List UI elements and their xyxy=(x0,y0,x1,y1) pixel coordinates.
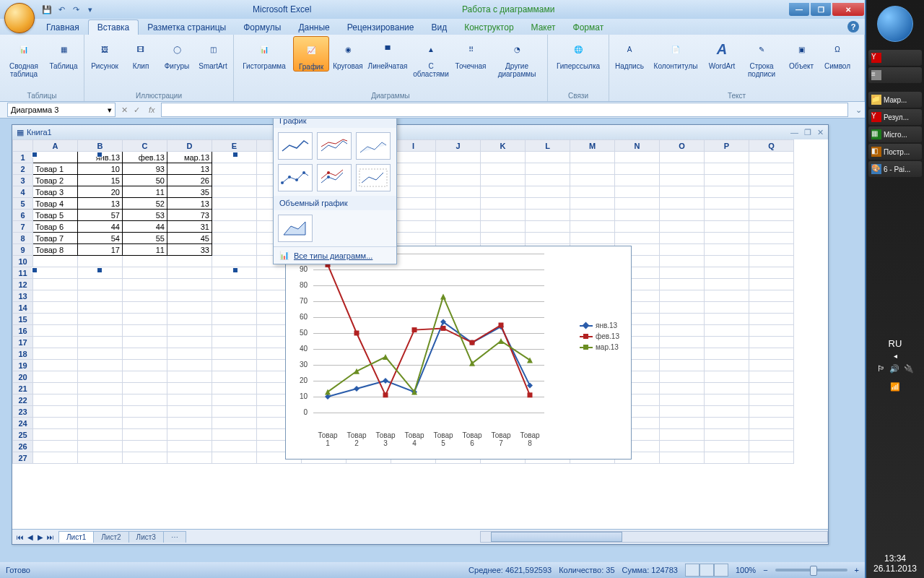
group-text: Текст xyxy=(612,91,861,101)
tray-icons[interactable]: 🏳🔊🔌 xyxy=(877,364,914,374)
view-buttons[interactable] xyxy=(685,564,728,577)
pivot-table-button[interactable]: 📊Сводная таблица xyxy=(3,36,45,78)
line-chart-type-2[interactable] xyxy=(317,132,352,160)
tab-insert[interactable]: Вставка xyxy=(88,20,139,35)
textbox-button[interactable]: AНадпись xyxy=(612,36,647,70)
line-chart-type-1[interactable] xyxy=(278,132,313,160)
tab-data[interactable]: Данные xyxy=(289,20,338,35)
tab-chart-layout[interactable]: Макет xyxy=(523,20,565,35)
svg-marker-20 xyxy=(440,293,446,299)
area-chart-button[interactable]: ▲С областями xyxy=(410,36,452,78)
zoom-in-button[interactable]: + xyxy=(855,566,859,574)
svg-point-29 xyxy=(327,171,330,174)
undo-icon[interactable]: ↶ xyxy=(55,3,68,16)
chart-tools-title: Работа с диаграммами xyxy=(462,4,555,14)
prev-sheet-icon[interactable]: ◀ xyxy=(25,533,35,541)
sheet-tab-1[interactable]: Лист1 xyxy=(58,531,94,543)
wb-minimize-button[interactable]: — xyxy=(790,128,798,137)
worksheet[interactable]: ABCDEFGHIJKLMNOPQ1янв.13фев.13мар.132Тов… xyxy=(12,139,828,529)
save-icon[interactable]: 💾 xyxy=(40,3,53,16)
clipart-button[interactable]: 🎞Клип xyxy=(123,36,158,70)
selection-handle[interactable] xyxy=(32,267,38,273)
language-indicator[interactable]: RU xyxy=(889,335,902,352)
pie-chart-button[interactable]: ◉Круговая xyxy=(331,36,365,70)
wb-maximize-button[interactable]: ❐ xyxy=(804,128,811,137)
chart-legend[interactable]: янв.13фев.13мар.13 xyxy=(580,319,619,354)
chart-object[interactable]: 0102030405060708090100Товар1Товар2Товар3… xyxy=(285,246,632,460)
network-icon[interactable]: 📶 xyxy=(890,382,900,392)
svg-rect-14 xyxy=(499,323,504,328)
qat-dropdown-icon[interactable]: ▾ xyxy=(84,3,97,16)
chart-icon: 📊 xyxy=(279,251,289,260)
tab-view[interactable]: Вид xyxy=(422,20,456,35)
column-chart-button[interactable]: 📊Гистограмма xyxy=(237,36,292,70)
line-chart-button[interactable]: 📈График xyxy=(293,36,329,72)
scatter-chart-button[interactable]: ⠿Точечная xyxy=(453,36,488,70)
selection-handle[interactable] xyxy=(97,267,103,273)
taskbar-item[interactable]: Y xyxy=(868,50,922,66)
header-footer-button[interactable]: 📄Колонтитулы xyxy=(648,36,703,70)
line-chart-type-6[interactable] xyxy=(356,164,391,191)
symbol-button[interactable]: ΩСимвол xyxy=(820,36,855,70)
chart-plot-area[interactable]: 0102030405060708090100Товар1Товар2Товар3… xyxy=(313,254,544,418)
name-box[interactable]: Диаграмма 3▾ xyxy=(7,103,116,117)
minimize-button[interactable]: — xyxy=(789,3,809,16)
taskbar-item[interactable]: 🎨6 - Pai... xyxy=(868,161,922,177)
tab-formulas[interactable]: Формулы xyxy=(235,20,289,35)
tab-chart-design[interactable]: Конструктор xyxy=(456,20,522,35)
first-sheet-icon[interactable]: ⏮ xyxy=(15,533,25,541)
help-icon[interactable]: ? xyxy=(847,21,859,33)
all-chart-types-button[interactable]: 📊 Все типы диаграмм... xyxy=(274,246,396,264)
clock[interactable]: 13:34 26.11.2013 xyxy=(873,553,917,578)
selection-handle[interactable] xyxy=(232,152,238,158)
start-button[interactable] xyxy=(877,6,913,42)
smartart-button[interactable]: ◫SmartArt xyxy=(196,36,230,70)
redo-icon[interactable]: ↷ xyxy=(69,3,82,16)
close-button[interactable]: ✕ xyxy=(832,3,864,16)
other-charts-button[interactable]: ◔Другие диаграммы xyxy=(489,36,544,78)
next-sheet-icon[interactable]: ▶ xyxy=(35,533,45,541)
cancel-icon[interactable]: ✕ xyxy=(121,105,128,115)
bar-chart-button[interactable]: ▀Линейчатая xyxy=(367,36,409,70)
tab-chart-format[interactable]: Формат xyxy=(565,20,613,35)
line-chart-type-4[interactable] xyxy=(278,164,313,191)
wordart-button[interactable]: AWordArt xyxy=(705,36,739,70)
tab-home[interactable]: Главная xyxy=(38,20,88,35)
last-sheet-icon[interactable]: ⏭ xyxy=(45,533,56,541)
wb-close-button[interactable]: ✕ xyxy=(817,128,824,137)
zoom-slider[interactable] xyxy=(775,569,847,571)
line-chart-type-3[interactable] xyxy=(356,132,391,160)
line-chart-type-5[interactable] xyxy=(317,164,352,191)
shapes-button[interactable]: ◯Фигуры xyxy=(160,36,194,70)
sheet-tab-2[interactable]: Лист2 xyxy=(93,531,128,543)
taskbar-item[interactable]: ≡ xyxy=(868,67,922,83)
hyperlink-button[interactable]: 🌐Гиперссылка xyxy=(551,36,606,70)
taskbar-item[interactable]: ▦Micro... xyxy=(868,126,922,142)
taskbar-item[interactable]: 📁Макр... xyxy=(868,92,922,108)
expand-formula-icon[interactable]: ⌄ xyxy=(855,105,862,115)
office-button[interactable] xyxy=(4,3,35,33)
table-button[interactable]: ▦Таблица xyxy=(46,36,81,70)
workbook-area: ▦ Книга1 — ❐ ✕ ABCDEFGHIJKLMNOPQ1янв.13ф… xyxy=(0,118,865,562)
selection-handle[interactable] xyxy=(97,152,103,158)
taskbar-item[interactable]: YРезул... xyxy=(868,109,922,125)
tab-page-layout[interactable]: Разметка страницы xyxy=(139,20,235,35)
enter-icon[interactable]: ✓ xyxy=(134,105,140,115)
selection-handle[interactable] xyxy=(232,267,238,273)
tab-review[interactable]: Рецензирование xyxy=(339,20,423,35)
formula-input[interactable] xyxy=(161,103,848,117)
selection-handle[interactable] xyxy=(32,152,38,158)
object-button[interactable]: ▣Объект xyxy=(784,36,819,70)
fx-icon[interactable]: fx xyxy=(149,105,155,114)
chevron-down-icon[interactable]: ▾ xyxy=(108,105,112,115)
zoom-out-button[interactable]: − xyxy=(763,566,767,574)
signature-button[interactable]: ✎Строка подписи xyxy=(741,36,783,78)
picture-button[interactable]: 🖼Рисунок xyxy=(87,36,122,70)
line-chart-3d[interactable] xyxy=(278,215,313,242)
new-sheet-button[interactable]: ⋯ xyxy=(163,531,186,543)
sheet-tab-3[interactable]: Лист3 xyxy=(128,531,164,543)
titlebar: 💾 ↶ ↷ ▾ Microsoft Excel Работа с диаграм… xyxy=(0,0,865,19)
horizontal-scrollbar[interactable] xyxy=(480,531,828,543)
maximize-button[interactable]: ❐ xyxy=(811,3,831,16)
taskbar-item[interactable]: ◧Постр... xyxy=(868,144,922,160)
